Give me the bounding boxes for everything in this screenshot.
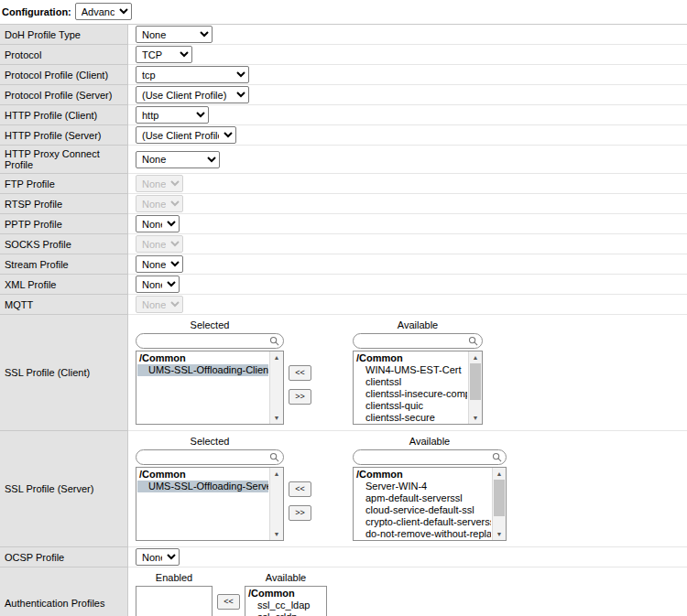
move-right-button[interactable]: >> (289, 505, 311, 521)
settings-table: DoH Profile Type None Protocol TCP Proto… (0, 24, 687, 616)
list-item[interactable]: clientssl-quic (354, 400, 467, 412)
ssl-client-dual-list: Selected /Common UMS-SSL-Offloading-Clie… (136, 318, 483, 425)
search-icon (468, 336, 478, 346)
xml-profile-select[interactable]: None (136, 276, 180, 293)
row-rtsp-profile: RTSP Profile None (0, 194, 687, 214)
ssl-client-selected-header: Selected (136, 318, 284, 333)
ssl-server-selected-header: Selected (136, 434, 284, 449)
ocsp-profile-select[interactable]: None (136, 548, 180, 566)
ssl-profile-client-label: SSL Profile (Client) (0, 315, 128, 431)
row-http-profile-server: HTTP Profile (Server) (Use Client Profil… (0, 125, 687, 146)
list-item[interactable]: clientssl-secure (354, 412, 467, 424)
list-item[interactable]: Server-WIN-4 (354, 481, 491, 492)
http-proxy-connect-profile-label: HTTP Proxy Connect Profile (0, 146, 128, 174)
ssl-profile-server-label: SSL Profile (Server) (0, 431, 128, 547)
authentication-available-column: Available /Common ssl_cc_ldap ssl_crldp … (245, 570, 327, 616)
ssl-server-available-list[interactable]: /Common Server-WIN-4 apm-default-servers… (353, 467, 507, 541)
scrollbar-track[interactable] (469, 363, 482, 412)
protocol-select[interactable]: TCP (136, 46, 192, 63)
row-ssl-profile-server: SSL Profile (Server) Selected /Common (0, 431, 687, 547)
ssl-server-selected-column: Selected /Common UMS-SSL-Offloading-Serv… (136, 434, 284, 541)
move-right-button[interactable]: >> (289, 389, 311, 405)
ssl-server-available-header: Available (353, 434, 507, 449)
scrollbar-up-icon[interactable]: ▲ (493, 468, 506, 480)
list-group-header: /Common (137, 352, 268, 364)
http-profile-client-select[interactable]: http (136, 106, 209, 124)
move-left-button[interactable]: << (289, 365, 311, 381)
ssl-server-selected-search-input[interactable] (136, 449, 284, 465)
authentication-enabled-column: Enabled (136, 570, 213, 616)
authentication-available-list[interactable]: /Common ssl_cc_ldap ssl_crldp ssl_ocsp (245, 586, 327, 616)
authentication-enabled-list[interactable] (136, 586, 213, 616)
scrollbar-down-icon[interactable]: ▼ (493, 528, 506, 540)
move-left-button[interactable]: << (289, 481, 311, 497)
ssl-client-available-list[interactable]: /Common WIN4-UMS-EST-Cert clientssl clie… (353, 351, 483, 425)
pptp-profile-select[interactable]: None (136, 215, 180, 232)
list-item[interactable]: do-not-remove-without-replacement (354, 528, 491, 540)
list-item[interactable]: apm-default-serverssl (354, 492, 491, 504)
protocol-profile-server-select[interactable]: (Use Client Profile) (136, 86, 249, 103)
list-item[interactable]: ssl_cc_ldap (246, 600, 311, 611)
socks-profile-label: SOCKS Profile (0, 234, 128, 254)
authentication-profiles-label: Authentication Profiles (0, 567, 128, 616)
scrollbar-track[interactable] (493, 480, 506, 528)
list-item[interactable]: clientssl (354, 376, 467, 388)
scrollbar[interactable]: ▲ ▼ (269, 468, 283, 540)
ssl-client-selected-search-input[interactable] (136, 333, 284, 349)
configuration-label: Configuration: (2, 6, 71, 17)
search-icon (269, 452, 279, 462)
scrollbar-down-icon[interactable]: ▼ (270, 528, 283, 540)
doh-profile-type-select[interactable]: None (136, 26, 213, 43)
search-icon (492, 452, 502, 462)
list-item[interactable]: f5aas-default-ssl (354, 540, 491, 541)
pptp-profile-label: PPTP Profile (0, 214, 128, 234)
configuration-bar: Configuration: Advanced (0, 0, 687, 24)
authentication-dual-list: Enabled << >> Available /Common ssl_cc_l… (136, 570, 327, 616)
row-protocol: Protocol TCP (0, 45, 687, 65)
move-left-button[interactable]: << (217, 594, 240, 610)
ssl-client-available-header: Available (353, 318, 483, 333)
stream-profile-select[interactable]: None (136, 255, 183, 273)
scrollbar-thumb[interactable] (494, 480, 505, 516)
scrollbar-down-icon[interactable]: ▼ (469, 412, 482, 424)
scrollbar[interactable]: ▲ ▼ (492, 468, 506, 540)
stream-profile-label: Stream Profile (0, 254, 128, 275)
ssl-client-available-column: Available /Common WIN4-UMS-EST-Cert clie… (353, 318, 483, 425)
scrollbar-track[interactable] (270, 480, 283, 528)
rtsp-profile-label: RTSP Profile (0, 194, 128, 214)
list-item[interactable]: crypto-server-default-clientssl (354, 424, 467, 425)
row-doh-profile-type: DoH Profile Type None (0, 25, 687, 45)
ssl-server-dual-list: Selected /Common UMS-SSL-Offloading-Serv… (136, 434, 507, 541)
list-item[interactable]: crypto-client-default-serverssl (354, 516, 491, 528)
configuration-select[interactable]: Advanced (75, 3, 132, 20)
list-item[interactable]: UMS-SSL-Offloading-Client-Profile (137, 364, 268, 376)
row-ftp-profile: FTP Profile None (0, 174, 687, 194)
scrollbar-up-icon[interactable]: ▲ (270, 351, 283, 363)
ssl-client-available-search-input[interactable] (353, 333, 483, 349)
protocol-profile-client-select[interactable]: tcp (136, 66, 249, 83)
list-item[interactable]: ssl_crldp (246, 611, 311, 616)
ssl-server-available-search-input[interactable] (353, 449, 507, 465)
list-item[interactable]: cloud-service-default-ssl (354, 504, 491, 516)
scrollbar-up-icon[interactable]: ▲ (270, 468, 283, 480)
scrollbar-up-icon[interactable]: ▲ (469, 351, 482, 363)
ssl-server-selected-list[interactable]: /Common UMS-SSL-Offloading-Server-Profil… (136, 467, 284, 541)
scrollbar-down-icon[interactable]: ▼ (270, 412, 283, 424)
protocol-label: Protocol (0, 45, 128, 65)
list-item[interactable]: WIN4-UMS-EST-Cert (354, 364, 467, 376)
row-stream-profile: Stream Profile None (0, 254, 687, 275)
ssl-client-selected-column: Selected /Common UMS-SSL-Offloading-Clie… (136, 318, 284, 425)
scrollbar[interactable]: ▲ ▼ (269, 351, 283, 424)
list-item[interactable]: UMS-SSL-Offloading-Server-Profile (137, 481, 268, 492)
http-profile-server-select[interactable]: (Use Client Profile) (136, 126, 236, 144)
scrollbar-track[interactable] (270, 363, 283, 412)
ssl-client-selected-list[interactable]: /Common UMS-SSL-Offloading-Client-Profil… (136, 351, 284, 425)
list-item[interactable]: clientssl-insecure-compatible (354, 388, 467, 400)
http-profile-server-label: HTTP Profile (Server) (0, 125, 128, 146)
row-protocol-profile-server: Protocol Profile (Server) (Use Client Pr… (0, 85, 687, 105)
row-ocsp-profile: OCSP Profile None (0, 547, 687, 567)
doh-profile-type-label: DoH Profile Type (0, 25, 128, 45)
scrollbar[interactable]: ▲ ▼ (468, 351, 482, 424)
scrollbar-thumb[interactable] (470, 363, 481, 400)
http-proxy-connect-profile-select[interactable]: None (136, 151, 220, 168)
